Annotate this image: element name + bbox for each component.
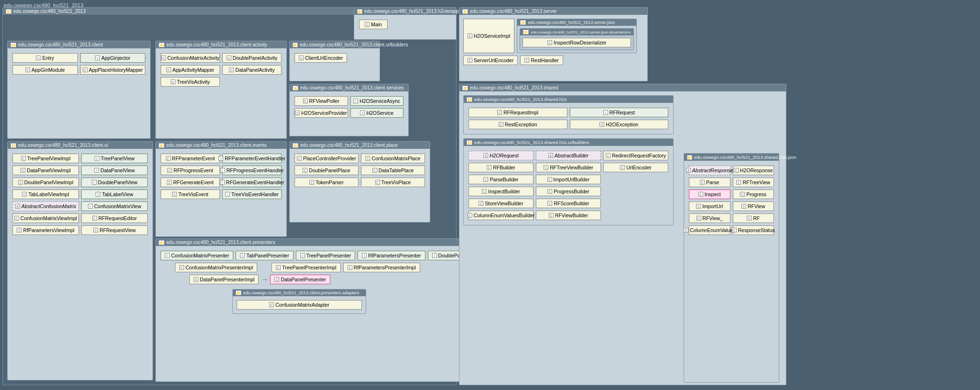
class-h2oexception[interactable]: CH2OException xyxy=(570,120,669,129)
class-entry[interactable]: CEntry xyxy=(12,53,78,63)
class-confusionmatrixviewimpl[interactable]: CConfusionMatrixViewImpl xyxy=(12,213,79,223)
class-doublepanelview[interactable]: IDoublePanelView xyxy=(81,178,148,187)
class-datatableplace[interactable]: CDataTablePlace xyxy=(361,166,425,175)
class-main[interactable]: CMain xyxy=(359,20,388,29)
class-appginjector[interactable]: IAppGinjector xyxy=(80,53,146,63)
pkg-icon-adapters: 📁 xyxy=(236,290,241,295)
package-client: 📁 edu.oswego.csc480_hci521_2013.client C… xyxy=(7,41,151,139)
package-shared-title: 📁 edu.oswego.csc480_hci521_2013.shared xyxy=(459,84,786,91)
class-rfview-long[interactable]: CRFView_ xyxy=(689,213,730,223)
class-h2oserviceprovider[interactable]: CH2OServiceProvider xyxy=(294,108,348,118)
class-rfgenerateevent[interactable]: CRFGenerateEvent xyxy=(161,178,220,187)
class-parse[interactable]: CParse xyxy=(689,178,730,187)
class-parsebuilder[interactable]: CParseBuilder xyxy=(468,175,534,184)
class-confusionmatrixadapter[interactable]: CConfusionMatrixAdapter xyxy=(237,300,362,310)
class-confusionmatrixactivity[interactable]: CConfusionMatrixActivity xyxy=(161,53,220,63)
pkg-icon-services: 📁 xyxy=(293,86,298,90)
class-doublepanelviewimpl[interactable]: CDoublePanelViewImpl xyxy=(12,178,79,187)
package-place: 📁 edu.oswego.csc480_hci521_2013.client.p… xyxy=(289,141,430,223)
class-datapanelview[interactable]: IDataPanelView xyxy=(81,166,148,175)
class-treepanelview[interactable]: ITreePanelView xyxy=(81,154,148,163)
package-events-title: 📁 edu.oswego.csc480_hci521_2013.client.e… xyxy=(156,142,286,149)
class-rf[interactable]: CRF xyxy=(733,213,774,223)
class-inspectrowdeserializer[interactable]: CInspectRowDeserializer xyxy=(523,38,631,47)
class-treevisplace[interactable]: CTreeVisPlace xyxy=(361,178,425,187)
class-tabpanelpresenter[interactable]: ITabPanelPresenter xyxy=(236,251,293,260)
class-rfparameterevent[interactable]: CRFParameterEvent xyxy=(161,154,220,163)
class-rfparametersviewimpl[interactable]: CRfParametersViewImpl xyxy=(12,225,79,235)
class-rfviewbuilder[interactable]: CRFViewBuilder xyxy=(536,211,601,220)
class-doublepanelplace[interactable]: CDoublePanelPlace xyxy=(294,166,359,175)
class-rfrequesteditor[interactable]: CRFRequestEditor xyxy=(81,213,148,223)
class-h2oservice[interactable]: IH2OService xyxy=(350,108,404,118)
class-rfprogressevent[interactable]: CRFProgressEvent xyxy=(161,166,220,175)
class-confusionmatrixpresenterimpl[interactable]: CConfusionMatrixPresenterImpl xyxy=(175,263,257,272)
class-datapanelpresenter[interactable]: CDataPanelPresenter xyxy=(270,275,330,284)
class-progress[interactable]: CProgress xyxy=(733,189,774,199)
class-treeviseventhandler[interactable]: ITreeVisEventHandler xyxy=(222,189,282,199)
class-abstractresponse[interactable]: AAbstractResponse xyxy=(689,166,730,175)
class-treevisactivity[interactable]: CTreeVisActivity xyxy=(161,77,220,87)
class-importurl[interactable]: CImportUrl xyxy=(689,201,730,211)
class-datapanelactivity[interactable]: CDataPanelActivity xyxy=(222,65,282,75)
package-events: 📁 edu.oswego.csc480_hci521_2013.client.e… xyxy=(155,141,287,237)
class-tablabelview[interactable]: ITabLabelView xyxy=(81,189,148,199)
class-rfrequestimpl[interactable]: CRFRequestImpl xyxy=(468,108,567,117)
class-rftreeviewbuilder[interactable]: CRFTreeViewBuilder xyxy=(536,163,601,172)
class-abstractbuilder[interactable]: AAbstractBuilder xyxy=(536,151,601,160)
class-treevisevent[interactable]: CTreeVisEvent xyxy=(161,189,220,199)
class-inspectbuilder[interactable]: CInspectBuilder xyxy=(468,187,534,196)
class-rfrequest[interactable]: IRFRequest xyxy=(570,108,669,117)
class-rfparameterspresenterimpl[interactable]: CRfParametersPresenterImpl xyxy=(343,263,420,272)
pkg-icon-shared-urlbuilders: 📁 xyxy=(467,140,472,145)
class-restexception[interactable]: CRestException xyxy=(468,120,567,129)
class-rfgenerateeventhandler[interactable]: IRFGenerateEventHandler xyxy=(222,178,282,187)
class-progressbuilder[interactable]: CProgressBuilder xyxy=(536,187,601,196)
class-treepanelpresenter[interactable]: ITreePanelPresenter xyxy=(296,251,356,260)
class-treepanelviewimpl[interactable]: CTreePanelViewImpl xyxy=(12,154,79,163)
package-h2owrapper: 📁 edu.oswego.csc480_hci521_2013.h2owrapp… xyxy=(354,7,457,40)
package-urlbuilders: 📁 edu.oswego.csc480_hci521_2013.client.u… xyxy=(289,41,380,81)
class-appginmodule[interactable]: CAppGinModule xyxy=(12,65,78,75)
class-importurlbuilder[interactable]: CImportUrlBuilder xyxy=(536,175,601,184)
class-serverurlencoder[interactable]: CServerUrlEncoder xyxy=(463,56,518,65)
class-rfscorebuilder[interactable]: CRFScoreBuilder xyxy=(536,199,601,208)
class-storeviewbuilder[interactable]: CStoreViewBuilder xyxy=(468,199,534,208)
class-rfbuilder[interactable]: CRFBuilder xyxy=(468,163,534,172)
class-redirectrequestfactory[interactable]: CRedirectRequestFactory xyxy=(603,151,668,160)
class-datapanelpresenterimpl[interactable]: CDataPanelPresenterImpl xyxy=(189,275,259,284)
class-h2oresponse[interactable]: CH2OResponse xyxy=(733,166,774,175)
class-resthandler[interactable]: CRestHandler xyxy=(520,56,563,65)
class-doublepanelactivity[interactable]: CDoublePanelActivity xyxy=(222,53,282,63)
class-treepanelpresenterimpl[interactable]: CTreePanelPresenterImpl xyxy=(272,263,340,272)
class-rftreeview[interactable]: CRFTreeView xyxy=(733,178,774,187)
class-confusionmatrixpresenter[interactable]: IConfusionMatrixPresenter xyxy=(161,251,233,260)
class-abstractconfusionmatrix[interactable]: AAbstractConfusionMatrix xyxy=(12,201,79,211)
class-rfparametereventhandler[interactable]: IRFParameterEventHandler xyxy=(222,154,282,163)
class-tablabelviewimpl[interactable]: CTabLabelViewImpl xyxy=(12,189,79,199)
class-tokenparser[interactable]: CTokenParser xyxy=(294,178,359,187)
class-rfviewpoller[interactable]: CRFViewPoller xyxy=(294,96,348,106)
class-rfrequestview[interactable]: CRFRequestView xyxy=(81,225,148,235)
package-services: 📁 edu.oswego.csc480_hci521_2013.client.s… xyxy=(289,84,409,136)
package-activity: 📁 edu.oswego.csc480_hci521_2013.client.a… xyxy=(155,41,287,139)
class-rfprogresseventhandler[interactable]: IRFProgressEventHandler xyxy=(222,166,282,175)
class-columnenumvaluesbuilder[interactable]: CColumnEnumValuesBuilder xyxy=(468,211,534,220)
class-inspect[interactable]: CInspect xyxy=(689,189,730,199)
class-columnenumvalues[interactable]: CColumnEnumValues xyxy=(689,225,730,235)
class-appplacehistorymapper[interactable]: CAppPlaceHistoryMapper xyxy=(80,65,146,75)
class-appactivitymapper[interactable]: CAppActivityMapper xyxy=(161,65,220,75)
class-confusionmatrixview[interactable]: IConfusionMatrixView xyxy=(81,201,148,211)
class-rfparameterspresenter[interactable]: IRfParametersPresenter xyxy=(358,251,425,260)
class-urlencoder[interactable]: CUrlEncoder xyxy=(603,163,668,172)
class-rfview-short[interactable]: CRFView xyxy=(733,201,774,211)
class-h2oserviceasync[interactable]: IH2OServiceAsync xyxy=(350,96,404,106)
class-confusionmatrixplace[interactable]: CConfusionMatrixPlace xyxy=(361,154,425,163)
class-h2oimpl[interactable]: CH2OServiceImpl xyxy=(463,19,514,53)
class-h2orequest[interactable]: AH2ORequest xyxy=(468,151,534,160)
class-clienturlencoder[interactable]: CClientUrlEncoder xyxy=(294,53,347,63)
class-datapanelviewimpl[interactable]: CDataPanelViewImpl xyxy=(12,166,79,175)
class-responsestatus[interactable]: CResponseStatus xyxy=(733,225,774,235)
class-placecontrollerprovider[interactable]: CPlaceControllerProvider xyxy=(294,154,359,163)
pkg-icon-shared-h2o: 📁 xyxy=(467,97,472,102)
